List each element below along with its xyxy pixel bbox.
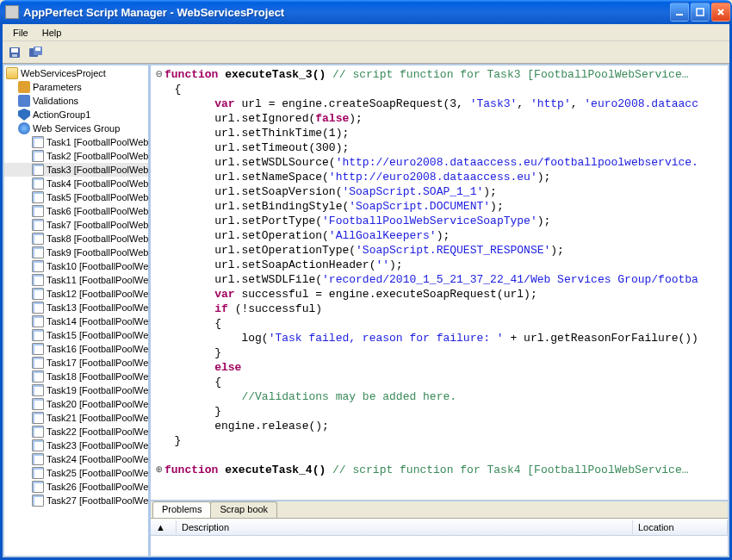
svg-rect-4	[12, 54, 17, 57]
file-icon	[32, 205, 44, 217]
file-icon	[32, 398, 44, 410]
tab-scrap-book[interactable]: Scrap book	[210, 501, 277, 518]
app-icon	[5, 5, 19, 19]
file-icon	[32, 136, 44, 148]
file-icon	[32, 274, 44, 286]
svg-rect-0	[676, 14, 683, 16]
file-icon	[32, 439, 44, 451]
tree-task-4[interactable]: Task4 [FootballPoolWebService]	[4, 177, 148, 190]
svg-rect-7	[35, 47, 40, 51]
file-icon	[32, 343, 44, 355]
tree-task-6[interactable]: Task6 [FootballPoolWebService]	[4, 204, 148, 218]
tree-task-20[interactable]: Task20 [FootballPoolWebService]	[4, 397, 148, 411]
file-icon	[32, 150, 44, 162]
file-icon	[32, 357, 44, 369]
window-titlebar: AppPerfect Script Manager - WebServicesP…	[0, 0, 732, 24]
bottom-panel: Problems Scrap book ▲ Description Locati…	[151, 501, 729, 557]
file-icon	[32, 288, 44, 300]
tree-task-7[interactable]: Task7 [FootballPoolWebService]	[4, 218, 148, 232]
column-sort[interactable]: ▲	[151, 520, 177, 534]
tree-task-23[interactable]: Task23 [FootballPoolWebService]	[4, 439, 148, 452]
tree-actiongroup[interactable]: ActionGroup1	[4, 108, 148, 121]
file-icon	[32, 426, 44, 438]
toolbar	[3, 41, 729, 64]
menubar: File Help	[3, 24, 729, 41]
save-all-icon[interactable]	[28, 44, 45, 61]
shield-icon	[18, 109, 30, 121]
tree-task-10[interactable]: Task10 [FootballPoolWebService]	[4, 259, 148, 273]
tree-task-11[interactable]: Task11 [FootballPoolWebService]	[4, 273, 148, 287]
params-icon	[18, 81, 30, 93]
svg-rect-3	[11, 48, 18, 53]
tree-task-26[interactable]: Task26 [FootballPoolWebService]	[4, 480, 148, 494]
file-icon	[32, 191, 44, 203]
tree-task-2[interactable]: Task2 [FootballPoolWebService]	[4, 149, 148, 163]
tree-task-27[interactable]: Task27 [FootballPoolWebService]	[4, 494, 148, 507]
file-icon	[32, 246, 44, 258]
tree-wsgroup[interactable]: Web Services Group	[4, 121, 148, 135]
file-icon	[32, 467, 44, 479]
tree-root[interactable]: WebServicesProject	[4, 66, 148, 80]
tree-task-3[interactable]: Task3 [FootballPoolWebService]	[4, 163, 148, 177]
globe-icon	[18, 122, 30, 134]
tree-task-8[interactable]: Task8 [FootballPoolWebService]	[4, 232, 148, 246]
file-icon	[32, 412, 44, 424]
file-icon	[32, 177, 44, 190]
file-icon	[32, 164, 44, 176]
file-icon	[32, 495, 44, 507]
tree-task-15[interactable]: Task15 [FootballPoolWebService]	[4, 328, 148, 342]
maximize-button[interactable]	[691, 3, 710, 22]
code-editor[interactable]: ⊖function executeTask_3() // script func…	[151, 64, 729, 501]
file-icon	[32, 315, 44, 327]
tree-task-17[interactable]: Task17 [FootballPoolWebService]	[4, 356, 148, 370]
menu-file[interactable]: File	[6, 26, 35, 40]
tree-task-5[interactable]: Task5 [FootballPoolWebService]	[4, 190, 148, 204]
problems-table[interactable]: ▲ Description Location	[151, 519, 728, 556]
tree-task-18[interactable]: Task18 [FootballPoolWebService]	[4, 370, 148, 383]
column-description[interactable]: Description	[177, 520, 633, 534]
minimize-button[interactable]	[670, 3, 689, 22]
tree-task-12[interactable]: Task12 [FootballPoolWebService]	[4, 287, 148, 301]
file-icon	[32, 481, 44, 493]
tree-task-22[interactable]: Task22 [FootballPoolWebService]	[4, 425, 148, 439]
close-button[interactable]	[711, 3, 730, 22]
tab-problems[interactable]: Problems	[152, 501, 211, 518]
file-icon	[32, 453, 44, 465]
svg-rect-1	[697, 9, 704, 16]
column-location[interactable]: Location	[633, 520, 728, 534]
menu-help[interactable]: Help	[35, 26, 69, 40]
tree-task-16[interactable]: Task16 [FootballPoolWebService]	[4, 342, 148, 356]
tree-task-14[interactable]: Task14 [FootballPoolWebService]	[4, 314, 148, 328]
file-icon	[32, 370, 44, 383]
tree-validations[interactable]: Validations	[4, 94, 148, 108]
tree-task-25[interactable]: Task25 [FootballPoolWebService]	[4, 466, 148, 480]
file-icon	[32, 329, 44, 341]
tree-task-21[interactable]: Task21 [FootballPoolWebService]	[4, 411, 148, 425]
file-icon	[32, 260, 44, 272]
tree-task-1[interactable]: Task1 [FootballPoolWebService]	[4, 135, 148, 149]
tree-task-13[interactable]: Task13 [FootballPoolWebService]	[4, 301, 148, 314]
project-tree-panel: WebServicesProjectParametersValidationsA…	[3, 64, 151, 557]
file-icon	[32, 384, 44, 396]
file-icon	[32, 302, 44, 314]
file-icon	[32, 233, 44, 245]
tree-task-9[interactable]: Task9 [FootballPoolWebService]	[4, 246, 148, 259]
project-tree-scroll[interactable]: WebServicesProjectParametersValidationsA…	[4, 65, 148, 556]
valid-icon	[18, 95, 30, 107]
save-icon[interactable]	[6, 44, 23, 61]
window-title: AppPerfect Script Manager - WebServicesP…	[23, 6, 670, 19]
tree-task-24[interactable]: Task24 [FootballPoolWebService]	[4, 452, 148, 466]
file-icon	[32, 219, 44, 231]
tree-task-19[interactable]: Task19 [FootballPoolWebService]	[4, 383, 148, 397]
tree-parameters[interactable]: Parameters	[4, 80, 148, 94]
folder-icon	[6, 67, 18, 79]
